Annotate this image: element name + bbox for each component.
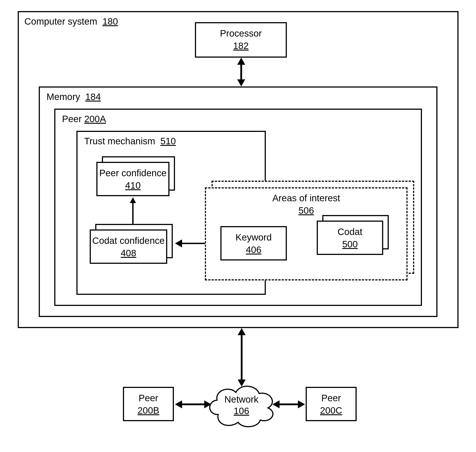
computer-system-num: 180 (102, 16, 118, 27)
arrow-processor-memory-up (237, 58, 245, 65)
arrow-memory-network-down (238, 379, 246, 387)
arrow-peerb-network-right (204, 400, 211, 408)
peer-c-box: Peer 200C (306, 387, 357, 421)
arrow-network-peerc-line (280, 404, 298, 405)
keyword-box: Keyword 406 (220, 226, 287, 260)
arrow-areas-codatconf-head (175, 239, 182, 247)
codat-name: Codat (318, 226, 382, 237)
computer-system-label: Computer system 180 (24, 16, 118, 27)
keyword-num: 406 (246, 245, 261, 255)
peer-confidence-box: Peer confidence 410 (96, 162, 170, 196)
peer-confidence-name: Peer confidence (98, 168, 168, 179)
codat-num: 500 (342, 239, 358, 249)
codat-confidence-num: 408 (121, 248, 136, 258)
arrow-processor-memory-line (240, 65, 242, 79)
areas-of-interest-name: Areas of interest (206, 193, 406, 204)
processor-box: Processor 182 (195, 22, 287, 58)
arrow-processor-memory-down (237, 79, 245, 86)
computer-system-name: Computer system (24, 16, 97, 27)
diagram-canvas: Computer system 180 Processor 182 Memory… (0, 0, 476, 452)
arrow-network-peerc-left (273, 400, 280, 408)
codat-box: Codat 500 (317, 220, 383, 255)
peer-a-num: 200A (84, 114, 106, 124)
processor-name: Processor (196, 28, 286, 39)
peer-c-num: 200C (320, 405, 342, 416)
arrow-memory-network-line (241, 335, 242, 379)
peer-c-name: Peer (307, 393, 356, 404)
codat-confidence-box: Codat confidence 408 (90, 229, 167, 264)
trust-num: 510 (160, 136, 176, 146)
trust-label: Trust mechanism 510 (84, 136, 176, 146)
arrow-codat-peer-line (132, 203, 134, 224)
peer-b-box: Peer 200B (123, 387, 174, 421)
codat-confidence-name: Codat confidence (91, 235, 166, 246)
network-name: Network (205, 394, 278, 405)
arrow-areas-codatconf-line (182, 243, 205, 244)
peer-a-name: Peer (62, 114, 82, 124)
memory-num: 184 (85, 92, 101, 102)
network-num: 106 (234, 406, 249, 416)
peer-b-num: 200B (137, 405, 159, 416)
arrow-peerb-network-left (175, 400, 182, 408)
trust-name: Trust mechanism (84, 136, 155, 146)
memory-label: Memory 184 (46, 92, 101, 102)
peer-confidence-num: 410 (125, 180, 141, 191)
memory-name: Memory (46, 92, 80, 102)
keyword-name: Keyword (222, 232, 286, 243)
arrow-memory-network-up (238, 328, 246, 335)
processor-num: 182 (233, 40, 248, 51)
arrow-peerb-network-line (182, 404, 204, 405)
arrow-network-peerc-right (298, 400, 305, 408)
peer-a-label: Peer 200A (62, 114, 106, 124)
peer-b-name: Peer (124, 393, 173, 404)
arrow-codat-peer-head (130, 197, 136, 203)
areas-of-interest-num: 506 (298, 205, 314, 216)
